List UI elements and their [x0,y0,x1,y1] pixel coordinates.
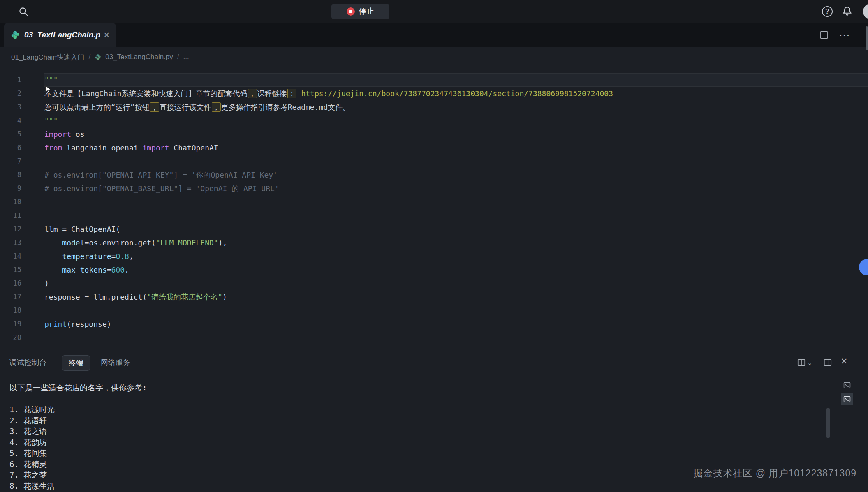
code-token: temperature [62,252,111,261]
line-number: 8 [0,168,29,182]
code-token: # os.environ["OPENAI_API_KEY"] = '你的Open… [44,171,278,179]
code-lines: 1"""2本文件是【LangChain系统安装和快速入门】章节的配套代码，课程链… [0,73,868,344]
code-token [44,238,62,247]
terminal-scrollbar[interactable] [826,408,830,438]
code-editor[interactable]: 1"""2本文件是【LangChain系统安装和快速入门】章节的配套代码，课程链… [0,67,868,352]
tab-close-icon[interactable]: × [104,30,109,40]
tab-actions: ⋯ [819,23,868,47]
code-token: , [125,266,129,274]
panel-tab-network[interactable]: 网络服务 [101,352,130,373]
code-line[interactable]: 20 [0,331,868,344]
code-token: import [44,130,71,139]
code-line[interactable]: 14 temperature=0.8, [0,249,868,263]
terminal-instance-icon[interactable] [841,379,853,391]
code-token: = [107,266,111,274]
code-token: 直接运行该文件 [160,103,211,111]
code-line[interactable]: 19print(response) [0,317,868,331]
panel-layout-icon[interactable] [823,358,832,367]
code-token: = [111,252,116,261]
code-line[interactable]: 10 [0,195,868,209]
code-token [297,89,301,98]
line-number: 19 [0,317,29,331]
code-line[interactable]: 5import os [0,127,868,141]
terminal-side-toolbar [841,379,854,407]
code-token: ： [287,89,296,98]
terminal-line: 以下是一些适合花店的名字，供你参考: [9,382,819,393]
code-token: import [142,143,169,152]
notification-bell-icon[interactable] [842,6,852,18]
code-token: ， [150,102,159,112]
code-line[interactable]: 11 [0,209,868,222]
line-number: 9 [0,182,29,195]
code-token: 本文件是【LangChain系统安装和快速入门】章节的配套代码 [44,89,248,98]
code-token: ) [222,293,227,301]
tab-03-textlangchain[interactable]: 03_TextLangChain.py × [4,23,116,47]
code-link[interactable]: https://juejin.cn/book/73877023474361303… [301,89,613,98]
code-line[interactable]: 13 model=os.environ.get("LLM_MODELEND"), [0,236,868,249]
code-line[interactable]: 1""" [0,73,868,87]
terminal-line: 4. 花韵坊 [9,437,819,448]
line-number: 13 [0,236,29,249]
code-token: ) [44,279,49,288]
code-line[interactable]: 7 [0,155,868,168]
page-scrollbar[interactable] [866,26,868,50]
code-line[interactable]: 17response = llm.predict("请给我的花店起个名") [0,290,868,304]
python-file-icon [95,54,101,60]
panel-tab-debug-console[interactable]: 调试控制台 [9,352,46,373]
line-number: 12 [0,222,29,236]
code-token: print [44,320,67,328]
code-token: 课程链接 [257,89,287,98]
code-line[interactable]: 18 [0,304,868,317]
more-actions-icon[interactable]: ⋯ [839,30,851,41]
code-token: """ [44,76,58,84]
breadcrumb-folder[interactable]: 01_LangChain快速入门 [11,53,85,62]
tab-label: 03_TextLangChain.py [24,30,100,39]
search-icon[interactable] [18,6,29,17]
terminal-line: 8. 花漾生活 [9,480,819,492]
terminal-line [9,393,819,404]
code-token: 更多操作指引请参考Readme.md文件。 [221,103,350,111]
code-line[interactable]: 16) [0,277,868,290]
panel-tab-terminal[interactable]: 终端 [62,355,90,371]
code-line[interactable]: 4""" [0,114,868,127]
line-number: 20 [0,331,29,344]
code-token [44,252,62,261]
line-number: 11 [0,209,29,222]
chevron-down-icon: ⌄ [807,360,812,366]
code-token: # os.environ["OPENAI_BASE_URL"] = 'OpenA… [44,184,279,193]
code-token: """ [44,116,58,125]
breadcrumb-separator: / [177,53,179,61]
code-token: response = llm.predict( [44,293,147,301]
code-line[interactable]: 8# os.environ["OPENAI_API_KEY"] = '你的Ope… [0,168,868,182]
code-token: langchain_openai [62,143,142,152]
code-line[interactable]: 3您可以点击最上方的“运行”按钮，直接运行该文件，更多操作指引请参考Readme… [0,100,868,114]
line-number: 6 [0,141,29,155]
code-line[interactable]: 9# os.environ["OPENAI_BASE_URL"] = 'Open… [0,182,868,195]
panel-close-icon[interactable]: ✕ [840,356,848,366]
topbar: 停止 ? [0,0,868,23]
stop-icon [347,7,355,16]
code-line[interactable]: 12llm = ChatOpenAI( [0,222,868,236]
breadcrumb-file[interactable]: 03_TextLangChain.py [105,53,173,61]
code-token: =os.environ.get( [85,238,156,247]
avatar[interactable] [863,3,868,20]
terminal-instance-icon-active[interactable] [841,393,853,405]
watermark: 掘金技术社区 @ 用户101223871309 [693,467,856,480]
split-panel-icon[interactable]: ⌄ [797,358,812,367]
split-editor-icon[interactable] [819,30,829,40]
help-icon[interactable]: ? [822,6,833,17]
stop-button[interactable]: 停止 [331,4,389,19]
line-number: 3 [0,100,29,114]
panel-header: 调试控制台 终端 网络服务 ⌄ ✕ [0,352,868,373]
code-line[interactable]: 6from langchain_openai import ChatOpenAI [0,141,868,155]
code-token: (response) [67,320,111,328]
terminal-line: 5. 花间集 [9,448,819,459]
code-token: 您可以点击最上方的“运行”按钮 [44,103,150,111]
ide-window: 停止 ? 03_TextLangChain.py × [0,0,868,492]
breadcrumb-separator: / [89,53,91,61]
code-token [44,266,62,274]
breadcrumb-symbol[interactable]: ... [183,53,189,61]
code-token: 600 [111,266,125,274]
code-line[interactable]: 15 max_tokens=600, [0,263,868,277]
code-line[interactable]: 2本文件是【LangChain系统安装和快速入门】章节的配套代码，课程链接： h… [0,87,868,100]
